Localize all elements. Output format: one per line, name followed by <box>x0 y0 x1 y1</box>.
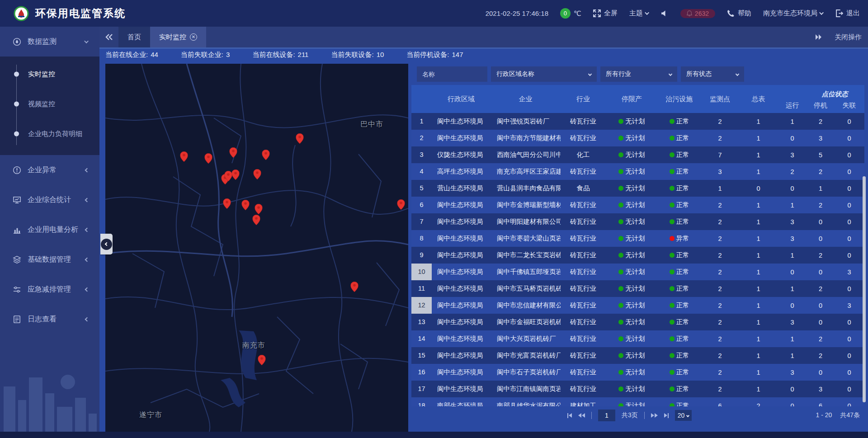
row-lost: 0 <box>834 202 864 209</box>
row-limit-status: 无计划 <box>606 401 658 406</box>
row-industry: 建材加工 <box>561 401 606 406</box>
logout-button[interactable]: 退出 <box>835 9 860 18</box>
table-row[interactable]: 18 南部生态环境局 南部县雄华水泥有限公 建材加工 无计划 正常 6 2 0 … <box>411 397 864 406</box>
page-number-input[interactable]: 1 <box>598 410 615 421</box>
row-region: 阆中生态环境局 <box>432 234 491 243</box>
scrollbar-thumb[interactable] <box>863 176 866 402</box>
map-pin[interactable] <box>296 133 304 144</box>
row-points: 2 <box>701 118 739 125</box>
status-dot <box>670 203 675 207</box>
map-pin[interactable] <box>351 282 359 292</box>
sidebar-item-realtime-monitor[interactable]: 实时监控 <box>0 59 99 89</box>
sidebar-item-enterprise-stats[interactable]: 企业综合统计 <box>0 185 99 215</box>
table-row[interactable]: 6 阆中生态环境局 阆中市金博瑞新型墙材 砖瓦行业 无计划 正常 2 1 1 2… <box>411 197 864 213</box>
table-row[interactable]: 2 阆中生态环境局 阆中市南方节能建材有 砖瓦行业 无计划 正常 2 1 0 3… <box>411 130 864 146</box>
row-lost: 0 <box>834 352 864 359</box>
row-run: 2 <box>778 168 807 175</box>
tab-realtime-monitor[interactable]: 实时监控 ✕ <box>150 27 206 47</box>
help-button[interactable]: 帮助 <box>727 9 751 18</box>
map-pin[interactable] <box>258 355 266 365</box>
sliders-icon <box>13 285 21 294</box>
name-filter-input[interactable] <box>417 66 487 82</box>
row-lost: 0 <box>834 252 864 259</box>
row-industry: 砖瓦行业 <box>561 284 606 293</box>
map-pin[interactable] <box>225 171 232 181</box>
map-pin[interactable] <box>253 169 261 179</box>
table-row[interactable]: 4 高坪生态环境局 南充市高坪区王家店建 砖瓦行业 无计划 正常 3 1 2 2… <box>411 163 864 180</box>
map-panel[interactable]: 巴中市南充市遂宁市 <box>105 64 408 432</box>
table-row[interactable]: 15 阆中生态环境局 阆中市光富页岩机砖厂 砖瓦行业 无计划 正常 2 1 1 … <box>411 347 864 364</box>
sidebar-item-video-monitor[interactable]: 视频监控 <box>0 89 99 119</box>
map-pin[interactable] <box>242 200 250 210</box>
sidebar-item-enterprise-abnormal[interactable]: 企业异常 <box>0 155 99 185</box>
sidebar-item-base-data[interactable]: 基础数据管理 <box>0 245 99 274</box>
row-lost: 0 <box>834 118 864 125</box>
map-pin[interactable] <box>204 153 212 164</box>
row-industry: 砖瓦行业 <box>561 201 606 209</box>
region-filter-select[interactable]: 行政区域名称 <box>491 66 597 82</box>
fullscreen-button[interactable]: 全屏 <box>593 9 618 18</box>
double-right-icon[interactable] <box>815 34 823 40</box>
submenu-dot <box>14 132 19 137</box>
table-row[interactable]: 7 阆中生态环境局 阆中明阳建材有限公司 砖瓦行业 无计划 正常 2 1 3 0… <box>411 213 864 230</box>
page-size-select[interactable]: 20 <box>675 410 692 421</box>
first-page-button[interactable] <box>567 413 572 418</box>
table-row[interactable]: 10 阆中生态环境局 阆中千佛镇五郎垭页岩 砖瓦行业 无计划 正常 2 1 0 … <box>411 264 864 280</box>
row-run: 3 <box>778 319 807 326</box>
table-row[interactable]: 14 阆中生态环境局 阆中大兴页岩机砖厂 砖瓦行业 无计划 正常 2 1 1 2… <box>411 330 864 347</box>
table-row[interactable]: 3 仪陇生态环境局 西南油气田分公司川中 化工 无计划 正常 7 1 3 5 0 <box>411 146 864 163</box>
table-scrollbar[interactable] <box>863 113 866 406</box>
row-limit-status: 无计划 <box>606 184 658 193</box>
row-stop: 2 <box>807 168 834 175</box>
collapse-circle <box>101 239 112 250</box>
row-points: 2 <box>701 268 739 276</box>
status-dot <box>670 320 675 325</box>
row-run: 1 <box>778 252 807 259</box>
row-index: 12 <box>411 297 432 314</box>
map-pin[interactable] <box>253 215 260 225</box>
sidebar-item-data-monitor[interactable]: 数据监测 <box>0 27 99 57</box>
row-run: 0 <box>778 135 807 142</box>
close-operations-button[interactable]: 关闭操作 <box>835 33 862 42</box>
location-pin-icon <box>397 199 405 210</box>
map-pin[interactable] <box>397 199 405 210</box>
row-stop: 3 <box>807 135 834 142</box>
map-pin[interactable] <box>232 170 240 180</box>
map-pin[interactable] <box>262 150 270 160</box>
industry-filter-select[interactable]: 所有行业 <box>600 66 677 82</box>
tab-home[interactable]: 首页 <box>118 27 150 47</box>
theme-dropdown[interactable]: 主题 <box>629 9 649 18</box>
prev-page-button[interactable] <box>578 413 585 418</box>
last-page-button[interactable] <box>664 413 669 418</box>
sound-button[interactable] <box>661 9 669 17</box>
table-row[interactable]: 1 阆中生态环境局 阆中强锐页岩砖厂 砖瓦行业 无计划 正常 2 1 1 2 0 <box>411 113 864 130</box>
stat-label: 当前失联企业: <box>181 51 223 59</box>
table-row[interactable]: 17 阆中生态环境局 阆中市江南镇阆南页岩 砖瓦行业 无计划 正常 2 1 0 … <box>411 381 864 397</box>
table-row[interactable]: 12 阆中生态环境局 阆中市忠信建材有限公 砖瓦行业 无计划 正常 2 1 0 … <box>411 297 864 314</box>
table-row[interactable]: 13 阆中生态环境局 阆中市金福旺页岩机砖 砖瓦行业 无计划 正常 2 1 3 … <box>411 314 864 330</box>
row-meters: 1 <box>739 168 778 175</box>
notification-button[interactable]: 2632 <box>680 9 715 18</box>
status-filter-select[interactable]: 所有状态 <box>681 66 744 82</box>
row-index: 10 <box>411 264 432 280</box>
temperature: 0 ℃ <box>560 8 581 19</box>
next-page-button[interactable] <box>651 413 658 418</box>
sidebar-item-logs[interactable]: 日志查看 <box>0 304 99 334</box>
table-row[interactable]: 8 阆中生态环境局 阆中市枣碧大梁山页岩 砖瓦行业 无计划 异常 2 1 3 0… <box>411 230 864 247</box>
tabs-scroll-left-button[interactable] <box>99 27 118 47</box>
map-pin[interactable] <box>255 204 263 214</box>
map-pin[interactable] <box>223 198 231 209</box>
tab-close-icon[interactable]: ✕ <box>190 33 197 41</box>
map-pin[interactable] <box>180 151 188 162</box>
map-pin[interactable] <box>229 147 237 158</box>
sidebar-item-emergency[interactable]: 应急减排管理 <box>0 274 99 304</box>
table-row[interactable]: 5 营山生态环境局 营山县润丰肉食品有限 食品 无计划 正常 1 0 0 1 0 <box>411 180 864 197</box>
table-row[interactable]: 9 阆中生态环境局 阆中市二龙长宝页岩砖 砖瓦行业 无计划 正常 2 1 1 2… <box>411 247 864 264</box>
table-row[interactable]: 11 阆中生态环境局 阆中市五马桥页岩机砖 砖瓦行业 无计划 正常 2 1 1 … <box>411 280 864 297</box>
org-dropdown[interactable]: 南充市生态环境局 <box>763 9 824 18</box>
sidebar-item-power-load-detail[interactable]: 企业电力负荷明细 <box>0 119 99 149</box>
row-index: 15 <box>411 347 432 364</box>
panel-collapse-button[interactable] <box>100 234 113 254</box>
sidebar-item-power-analysis[interactable]: 企业用电量分析 <box>0 215 99 245</box>
table-row[interactable]: 16 阆中生态环境局 阆中市石子页岩机砖厂 砖瓦行业 无计划 正常 2 1 3 … <box>411 364 864 381</box>
